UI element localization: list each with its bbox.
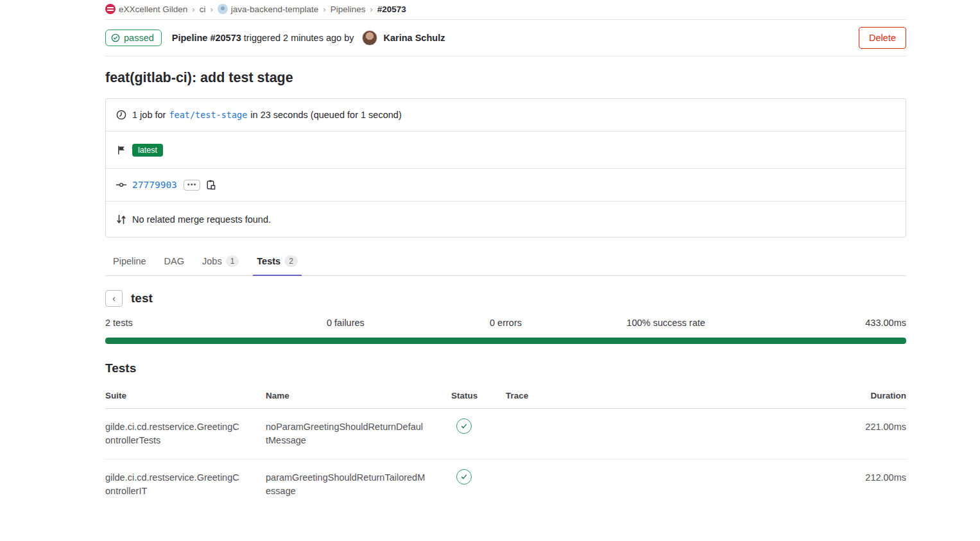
clock-icon — [116, 110, 126, 120]
merge-requests-row: No related merge requests found. — [106, 202, 906, 237]
tests-heading: Tests — [105, 361, 906, 375]
test-name-cell: noParamGreetingShouldReturnDefaultMessag… — [266, 420, 451, 447]
success-progress-fill — [105, 338, 906, 344]
chevron-right-icon: › — [370, 4, 372, 14]
commit-row: 27779903 ••• — [106, 169, 906, 202]
test-suite-cell: gilde.ci.cd.restservice.GreetingControll… — [105, 420, 266, 447]
page-container: eXXcellent Gilden › ci › java-backend-te… — [105, 0, 906, 510]
commit-icon — [116, 181, 126, 189]
breadcrumb-subgroup-label: ci — [200, 4, 206, 14]
job-summary-prefix: 1 job for — [132, 110, 166, 120]
jobs-count-badge: 1 — [226, 255, 239, 267]
breadcrumb-group[interactable]: eXXcellent Gilden — [105, 4, 187, 14]
breadcrumb-project-label: java-backend-template — [231, 4, 319, 14]
test-suite-header: ‹ test — [105, 290, 906, 307]
test-duration-cell: 221.00ms — [634, 420, 906, 434]
job-summary-text: 1 job for feat/test-stage in 23 seconds … — [132, 110, 402, 120]
job-summary-suffix: in 23 seconds (queued for 1 second) — [250, 110, 401, 120]
latest-badge-row: latest — [106, 132, 906, 169]
pipeline-status-badge[interactable]: passed — [105, 30, 162, 46]
back-button[interactable]: ‹ — [105, 290, 123, 307]
project-avatar-icon — [218, 4, 228, 14]
breadcrumb-subgroup[interactable]: ci — [200, 4, 206, 14]
tests-count-badge: 2 — [284, 255, 298, 267]
tab-pipeline[interactable]: Pipeline — [105, 248, 154, 275]
summary-total-duration: 433.00ms — [746, 318, 906, 328]
commit-expand-button[interactable]: ••• — [184, 180, 201, 191]
test-status-cell — [451, 420, 506, 434]
status-passed-icon — [456, 418, 472, 434]
summary-tests-count: 2 tests — [105, 318, 266, 328]
tab-jobs[interactable]: Jobs 1 — [194, 248, 246, 275]
test-status-cell — [451, 471, 506, 485]
triggered-text: triggered 2 minutes ago by — [241, 33, 357, 43]
tab-jobs-label: Jobs — [202, 256, 222, 266]
test-suite-name: test — [131, 291, 153, 305]
tab-dag-label: DAG — [164, 256, 184, 266]
col-status: Status — [451, 391, 506, 400]
table-row: gilde.ci.cd.restservice.GreetingControll… — [105, 409, 906, 459]
status-passed-icon — [456, 469, 472, 485]
breadcrumb-project[interactable]: java-backend-template — [218, 4, 319, 14]
breadcrumb-pipelines[interactable]: Pipelines — [331, 4, 366, 14]
latest-badge: latest — [132, 144, 163, 157]
test-summary: 2 tests 0 failures 0 errors 100% success… — [105, 318, 906, 328]
chevron-right-icon: › — [210, 4, 212, 14]
chevron-right-icon: › — [192, 4, 194, 14]
check-circle-icon — [111, 33, 120, 42]
copy-commit-icon[interactable] — [207, 180, 216, 190]
tab-pipeline-label: Pipeline — [113, 256, 146, 266]
col-duration: Duration — [634, 391, 906, 400]
summary-success-rate: 100% success rate — [586, 318, 746, 328]
flag-icon — [116, 145, 126, 155]
branch-ref-link[interactable]: feat/test-stage — [169, 110, 247, 120]
summary-failures: 0 failures — [266, 318, 426, 328]
tab-dag[interactable]: DAG — [157, 248, 192, 275]
breadcrumb: eXXcellent Gilden › ci › java-backend-te… — [105, 0, 906, 20]
test-duration-cell: 212.00ms — [634, 471, 906, 485]
summary-errors: 0 errors — [426, 318, 586, 328]
tests-table-header: Suite Name Status Trace Duration — [105, 383, 906, 409]
col-name: Name — [266, 391, 451, 400]
commit-sha-link[interactable]: 27779903 — [132, 180, 177, 190]
pipeline-id-label: Pipeline #20573 — [172, 33, 241, 43]
user-avatar[interactable] — [362, 30, 377, 46]
success-progress-bar — [105, 338, 906, 344]
pipeline-header: passed Pipeline #20573 triggered 2 minut… — [105, 20, 906, 56]
job-summary-row: 1 job for feat/test-stage in 23 seconds … — [106, 99, 906, 132]
breadcrumb-pipelines-label: Pipelines — [331, 4, 366, 14]
tab-tests-label: Tests — [257, 256, 280, 266]
page-title: feat(gitlab-ci): add test stage — [105, 70, 906, 86]
chevron-right-icon: › — [323, 4, 325, 14]
pipeline-tabs: Pipeline DAG Jobs 1 Tests 2 — [105, 248, 906, 276]
table-row: gilde.ci.cd.restservice.GreetingControll… — [105, 459, 906, 510]
status-badge-label: passed — [124, 33, 154, 43]
tab-tests[interactable]: Tests 2 — [249, 248, 305, 275]
merge-requests-text: No related merge requests found. — [132, 214, 271, 225]
merge-request-icon — [116, 214, 126, 225]
pipeline-meta: Pipeline #20573 triggered 2 minutes ago … — [172, 30, 445, 46]
test-suite-cell: gilde.ci.cd.restservice.GreetingControll… — [105, 471, 266, 498]
group-avatar-icon — [105, 4, 116, 14]
delete-button[interactable]: Delete — [859, 27, 906, 49]
pipeline-info-card: 1 job for feat/test-stage in 23 seconds … — [105, 98, 906, 237]
breadcrumb-group-label: eXXcellent Gilden — [119, 4, 187, 14]
test-name-cell: paramGreetingShouldReturnTailoredMessage — [266, 471, 451, 498]
breadcrumb-pipeline-id: #20573 — [377, 4, 406, 14]
chevron-left-icon: ‹ — [112, 293, 116, 303]
user-name[interactable]: Karina Schulz — [384, 33, 445, 43]
col-suite: Suite — [105, 391, 266, 400]
tests-table: Suite Name Status Trace Duration gilde.c… — [105, 383, 906, 510]
col-trace: Trace — [506, 391, 634, 400]
